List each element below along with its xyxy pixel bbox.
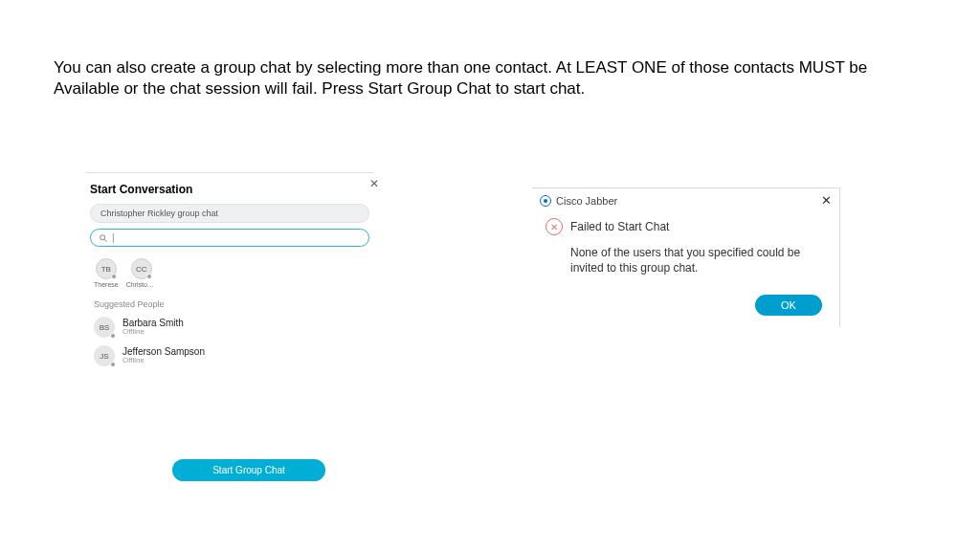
suggested-person-row[interactable]: JS Jefferson Sampson Offline (86, 342, 373, 370)
ok-button[interactable]: OK (755, 295, 822, 316)
selected-contact-chip[interactable]: TB Therese (94, 258, 119, 288)
avatar: TB (96, 258, 117, 279)
panel-header: Start Conversation ✕ (86, 173, 373, 204)
group-chat-name-field[interactable]: Christopher Rickley group chat (90, 204, 369, 223)
avatar-initials: BS (100, 323, 110, 332)
svg-point-0 (100, 234, 105, 239)
person-info: Jefferson Sampson Offline (122, 346, 205, 365)
chip-label: Christoph... (126, 281, 157, 288)
selected-contact-chip[interactable]: CC Christoph... (126, 258, 157, 288)
chip-label: Therese (94, 281, 119, 288)
selected-contacts-row: TB Therese CC Christoph... (86, 254, 373, 290)
avatar-initials: TB (101, 265, 111, 274)
close-icon[interactable]: ✕ (369, 177, 379, 190)
suggested-people-heading: Suggested People (86, 290, 373, 313)
dialog-app-name: Cisco Jabber (556, 195, 816, 207)
search-input[interactable] (112, 232, 361, 243)
start-group-chat-button[interactable]: Start Group Chat (172, 459, 325, 481)
avatar: JS (94, 345, 115, 366)
avatar: CC (131, 258, 152, 279)
error-dialog: Cisco Jabber ✕ ✕ Failed to Start Chat No… (532, 187, 840, 327)
suggested-person-row[interactable]: BS Barbara Smith Offline (86, 313, 373, 342)
start-conversation-panel: Start Conversation ✕ Christopher Rickley… (86, 172, 373, 370)
error-title-row: ✕ Failed to Start Chat (546, 218, 826, 235)
avatar: BS (94, 317, 115, 338)
person-info: Barbara Smith Offline (122, 318, 184, 337)
jabber-logo-icon (540, 195, 551, 207)
instruction-text: You can also create a group chat by sele… (54, 57, 926, 99)
close-icon[interactable]: ✕ (821, 193, 832, 208)
search-icon (99, 233, 108, 243)
search-input-container[interactable] (90, 229, 369, 247)
presence-indicator (110, 362, 116, 367)
error-message: None of the users that you specified cou… (570, 245, 826, 276)
person-status: Offline (122, 328, 184, 337)
avatar-initials: CC (136, 265, 147, 274)
error-x-icon: ✕ (546, 218, 563, 235)
dialog-titlebar: Cisco Jabber ✕ (532, 188, 839, 212)
dialog-body: ✕ Failed to Start Chat None of the users… (532, 212, 839, 327)
presence-indicator (111, 274, 117, 279)
panel-title: Start Conversation (90, 183, 369, 196)
presence-indicator (146, 274, 152, 279)
svg-line-1 (104, 239, 107, 242)
person-status: Offline (122, 357, 205, 365)
presence-indicator (110, 333, 116, 339)
error-title: Failed to Start Chat (570, 220, 669, 233)
avatar-initials: JS (100, 352, 108, 361)
